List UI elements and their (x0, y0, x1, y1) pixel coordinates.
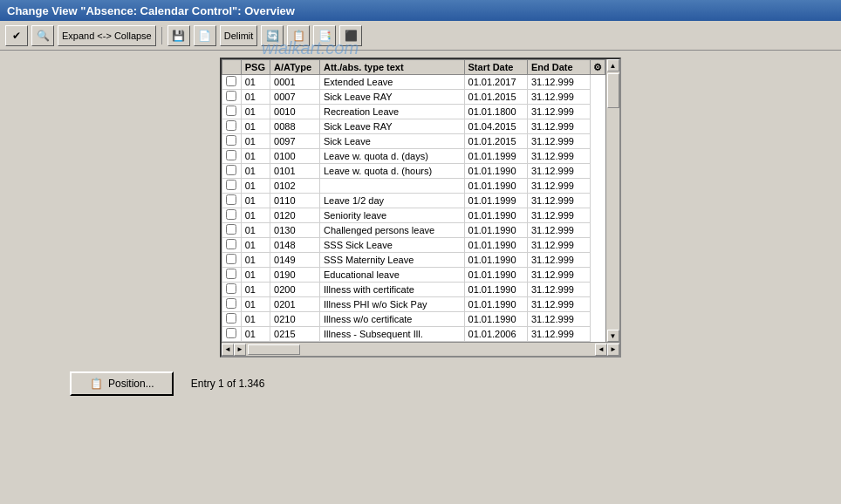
table-row[interactable]: 01010201.01.199031.12.999 (222, 179, 605, 194)
cell-text: SSS Maternity Leave (319, 253, 464, 268)
col-header-psg: PSG (241, 60, 270, 75)
cell-start-date: 01.01.1990 (464, 268, 527, 283)
table-row[interactable]: 010088Sick Leave RAY01.04.201531.12.999 (222, 119, 605, 134)
cell-start-date: 01.01.1990 (464, 283, 527, 297)
table-row[interactable]: 010007Sick Leave RAY01.01.201531.12.999 (222, 90, 605, 105)
row-checkbox[interactable] (222, 238, 242, 253)
cell-psg: 01 (241, 149, 270, 164)
row-checkbox[interactable] (222, 90, 242, 105)
cell-aatype: 0148 (270, 238, 320, 253)
cell-psg: 01 (241, 90, 270, 105)
scroll-down-arrow[interactable]: ▼ (607, 330, 619, 342)
cell-aatype: 0097 (270, 134, 320, 149)
cell-end-date: 31.12.999 (527, 283, 590, 297)
data-table-container: PSG A/AType Att./abs. type text Start Da… (220, 58, 621, 358)
table-row[interactable]: 010120Seniority leave01.01.199031.12.999 (222, 208, 605, 223)
cell-text: Challenged persons leave (319, 223, 464, 238)
table-row[interactable]: 010110Leave 1/2 day01.01.199931.12.999 (222, 194, 605, 208)
table-row[interactable]: 010200Illness with certificate01.01.1990… (222, 283, 605, 297)
h-scroll-right-arrow-btn[interactable]: ► (234, 344, 246, 356)
row-checkbox[interactable] (222, 253, 242, 268)
system-btn-1[interactable]: ✔ (5, 25, 28, 46)
row-checkbox[interactable] (222, 223, 242, 238)
table-row[interactable]: 010100Leave w. quota d. (days)01.01.1999… (222, 149, 605, 164)
position-button[interactable]: 📋 Position... (70, 371, 174, 396)
main-content: PSG A/AType Att./abs. type text Start Da… (0, 51, 841, 364)
row-checkbox[interactable] (222, 194, 242, 208)
find-icon: 🔍 (36, 29, 50, 43)
col-header-aatype: A/AType (270, 60, 320, 75)
expand-collapse-btn[interactable]: Expand <-> Collapse (58, 25, 156, 46)
table-row[interactable]: 010001Extended Leave01.01.201731.12.999 (222, 75, 605, 90)
cell-aatype: 0200 (270, 283, 320, 297)
system-btn-2[interactable]: 🔍 (31, 25, 54, 46)
col-settings-icon[interactable]: ⚙ (591, 60, 605, 75)
row-checkbox[interactable] (222, 297, 242, 312)
cell-end-date: 31.12.999 (527, 149, 590, 164)
save-btn-2[interactable]: 📄 (194, 25, 216, 46)
row-checkbox[interactable] (222, 208, 242, 223)
row-checkbox[interactable] (222, 283, 242, 297)
table-row[interactable]: 010190Educational leave01.01.199031.12.9… (222, 268, 605, 283)
delimit-btn[interactable]: Delimit (220, 25, 258, 46)
nav-btn-1[interactable]: 🔄 (261, 25, 284, 46)
title-bar: Change View "Absence: Calendar Control":… (0, 0, 841, 21)
h-scroll-thumb[interactable] (248, 344, 300, 355)
cell-start-date: 01.01.1990 (464, 238, 527, 253)
cell-aatype: 0101 (270, 164, 320, 179)
scroll-up-arrow[interactable]: ▲ (607, 59, 619, 72)
row-checkbox[interactable] (222, 105, 242, 119)
cell-aatype: 0215 (270, 327, 320, 342)
cell-end-date: 31.12.999 (527, 238, 590, 253)
cell-psg: 01 (241, 105, 270, 119)
cell-start-date: 01.01.2015 (464, 134, 527, 149)
cell-text: Illness w/o certificate (319, 312, 464, 327)
row-checkbox[interactable] (222, 312, 242, 327)
footer-area: 📋 Position... Entry 1 of 1.346 (0, 364, 841, 403)
table-scroll-area: PSG A/AType Att./abs. type text Start Da… (222, 59, 619, 342)
table-row[interactable]: 010101Leave w. quota d. (hours)01.01.199… (222, 164, 605, 179)
save-btn-1[interactable]: 💾 (168, 25, 190, 46)
table-row[interactable]: 010215Illness - Subsequent Ill.01.01.200… (222, 327, 605, 342)
delimit-label: Delimit (224, 31, 254, 41)
nav-icon-4: ⬛ (344, 29, 358, 43)
cell-psg: 01 (241, 268, 270, 283)
table-row[interactable]: 010010Recreation Leave01.01.180031.12.99… (222, 105, 605, 119)
table-row[interactable]: 010097Sick Leave01.01.201531.12.999 (222, 134, 605, 149)
nav-btn-2[interactable]: 📋 (287, 25, 310, 46)
cell-end-date: 31.12.999 (527, 253, 590, 268)
cell-text: Recreation Leave (319, 105, 464, 119)
cell-start-date: 01.01.1990 (464, 208, 527, 223)
nav-btn-4[interactable]: ⬛ (339, 25, 362, 46)
table-row[interactable]: 010210Illness w/o certificate01.01.19903… (222, 312, 605, 327)
row-checkbox[interactable] (222, 75, 242, 90)
h-scroll-left-arrow[interactable]: ◄ (222, 344, 234, 356)
vertical-scrollbar[interactable]: ▲ ▼ (605, 59, 619, 342)
cell-aatype: 0007 (270, 90, 320, 105)
nav-btn-3[interactable]: 📑 (313, 25, 336, 46)
row-checkbox[interactable] (222, 119, 242, 134)
cell-start-date: 01.01.1990 (464, 253, 527, 268)
row-checkbox[interactable] (222, 149, 242, 164)
table-row[interactable]: 010201Illness PHI w/o Sick Pay01.01.1990… (222, 297, 605, 312)
cell-psg: 01 (241, 119, 270, 134)
horizontal-scrollbar[interactable]: ◄ ► ◄ ► (222, 342, 619, 356)
entry-info: Entry 1 of 1.346 (191, 378, 265, 390)
row-checkbox[interactable] (222, 164, 242, 179)
row-checkbox[interactable] (222, 134, 242, 149)
row-checkbox[interactable] (222, 268, 242, 283)
cell-aatype: 0210 (270, 312, 320, 327)
h-nav-right[interactable]: ► (607, 344, 619, 356)
table-row[interactable]: 010130Challenged persons leave01.01.1990… (222, 223, 605, 238)
cell-psg: 01 (241, 312, 270, 327)
cell-aatype: 0100 (270, 149, 320, 164)
h-nav-left[interactable]: ◄ (595, 344, 607, 356)
position-label: Position... (108, 378, 154, 390)
cell-text: Sick Leave RAY (319, 119, 464, 134)
row-checkbox[interactable] (222, 327, 242, 342)
table-row[interactable]: 010149SSS Maternity Leave01.01.199031.12… (222, 253, 605, 268)
cell-text: Illness PHI w/o Sick Pay (319, 297, 464, 312)
table-row[interactable]: 010148SSS Sick Leave01.01.199031.12.999 (222, 238, 605, 253)
scroll-thumb[interactable] (607, 73, 619, 108)
row-checkbox[interactable] (222, 179, 242, 194)
